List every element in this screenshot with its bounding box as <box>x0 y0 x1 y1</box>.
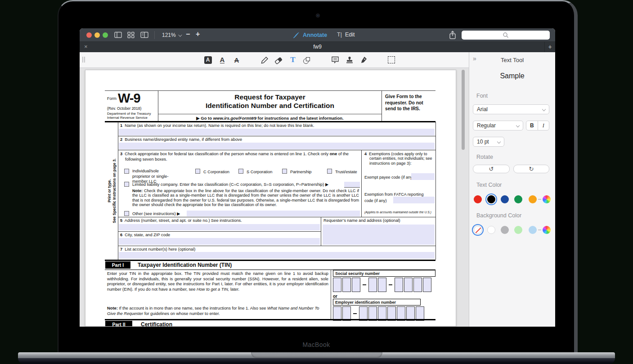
share-icon[interactable] <box>449 31 456 40</box>
text-color-blue-swatch[interactable] <box>501 195 509 203</box>
signature-pen-tool[interactable] <box>358 54 369 65</box>
chevron-down-icon <box>497 140 501 144</box>
italic-button[interactable]: I <box>538 121 549 130</box>
line4-label: 4 Exemptions (codes apply only to certai… <box>364 152 433 166</box>
font-section-label: Font <box>476 93 488 99</box>
line1-input[interactable] <box>119 129 435 135</box>
zoom-in-button[interactable]: + <box>196 30 200 38</box>
ssn-cell[interactable] <box>333 278 341 292</box>
edit-tab[interactable]: T|Edit <box>337 31 355 38</box>
eraser-tool[interactable] <box>273 54 284 65</box>
checkbox-other[interactable] <box>124 211 129 216</box>
fatca-label-2: code (if any) <box>364 198 387 203</box>
form-number: W-9 <box>118 91 140 106</box>
minimize-window-button[interactable] <box>94 32 100 38</box>
ssn-cell[interactable] <box>378 278 386 292</box>
highlight-text-tool[interactable]: A <box>202 54 214 65</box>
llc-classification-input[interactable] <box>344 182 360 188</box>
sidebar-toggle-icon[interactable] <box>114 31 122 38</box>
zoom-level-dropdown[interactable]: 121% <box>162 32 181 38</box>
font-size-select[interactable]: 10 pt <box>473 137 504 147</box>
background-color-white-swatch[interactable] <box>487 226 495 234</box>
checkbox-partnership[interactable] <box>282 169 287 174</box>
text-tool[interactable]: T <box>287 54 299 65</box>
maximize-window-button[interactable] <box>103 32 108 38</box>
background-color-green-swatch[interactable] <box>514 226 522 234</box>
strikethrough-text-tool[interactable]: A <box>231 54 242 65</box>
selection-marquee-tool[interactable] <box>386 54 397 65</box>
background-color-custom-swatch[interactable] <box>543 226 551 234</box>
title-toolbar: 121% − + Annotate T|Edit <box>80 28 555 42</box>
two-page-view-icon[interactable] <box>140 31 148 38</box>
form-goto-line: ▶ Go to www.irs.gov/FormW9 for instructi… <box>160 116 380 121</box>
macbook-brand-label: MacBook <box>58 341 574 348</box>
bold-italic-group: B I <box>526 121 549 130</box>
font-family-select[interactable]: Arial <box>473 104 549 114</box>
close-window-button[interactable] <box>86 32 92 38</box>
stamp-tool[interactable] <box>344 54 355 65</box>
ssn-cell[interactable] <box>413 278 422 292</box>
thumbnails-view-icon[interactable] <box>127 31 135 38</box>
line5-input[interactable] <box>119 224 320 230</box>
zoom-out-button[interactable]: − <box>186 30 190 38</box>
part1-badge: Part I <box>105 261 130 269</box>
macbook-base-body <box>18 358 615 364</box>
other-input[interactable] <box>187 211 360 216</box>
rotate-right-button[interactable]: ↻ <box>513 165 549 173</box>
text-color-custom-swatch[interactable] <box>543 195 551 203</box>
document-tab[interactable]: fw9 <box>80 44 555 50</box>
or-label: or <box>333 294 337 299</box>
toolbar-drag-handle[interactable] <box>82 57 85 63</box>
search-input[interactable] <box>462 31 550 40</box>
background-color-section-label: Background Color <box>476 212 521 219</box>
ssn-cell[interactable] <box>404 278 413 292</box>
fatca-label-1: Exemption from FATCA reporting <box>364 192 423 197</box>
ssn-label-box: Social security number <box>333 270 435 277</box>
line6-input[interactable] <box>119 238 320 245</box>
text-tool-panel: » Text Tool Sample Font Arial Regular B … <box>469 52 555 327</box>
ssn-cell[interactable] <box>352 278 360 292</box>
checkbox-c-corp[interactable] <box>195 169 200 174</box>
macbook-base <box>18 352 615 364</box>
font-weight-select[interactable]: Regular <box>473 121 523 130</box>
vertical-scrollbar[interactable] <box>462 70 465 150</box>
checkbox-individual[interactable] <box>124 169 129 174</box>
underline-text-tool[interactable]: A <box>216 54 228 65</box>
ssn-cell[interactable] <box>368 278 377 292</box>
background-color-none-swatch[interactable] <box>474 226 482 234</box>
new-tab-button[interactable]: + <box>544 42 555 52</box>
fatca-input[interactable] <box>393 197 435 203</box>
text-color-black-swatch[interactable] <box>487 195 495 203</box>
requester-input[interactable] <box>323 225 435 245</box>
line6-label: 6 City, state, and ZIP code <box>120 233 170 238</box>
text-color-red-swatch[interactable] <box>474 195 482 203</box>
annotate-tab[interactable]: Annotate <box>292 31 327 39</box>
text-color-green-swatch[interactable] <box>514 195 522 203</box>
checkbox-trust-label: Trust/estate <box>335 170 357 175</box>
side-instructions: Print or type. See Specific Instructions… <box>105 122 118 260</box>
checkbox-s-corp-label: S Corporation <box>247 170 272 175</box>
pencil-tool[interactable] <box>259 54 270 65</box>
background-color-blue-swatch[interactable] <box>529 226 537 234</box>
form-dept: Department of the Treasury <box>107 112 151 116</box>
line2-input[interactable] <box>119 143 435 149</box>
macbook-thumb-notch <box>251 352 382 358</box>
checkbox-trust[interactable] <box>327 169 332 174</box>
shape-tool[interactable] <box>301 54 313 65</box>
bold-button[interactable]: B <box>526 121 538 130</box>
ssn-cell[interactable] <box>423 278 431 292</box>
rotate-left-button[interactable]: ↺ <box>473 165 510 173</box>
exempt-payee-input[interactable] <box>411 173 435 180</box>
line7-input[interactable] <box>119 252 435 259</box>
macbook-base-top <box>18 352 615 358</box>
requester-label: Requester’s name and address (optional) <box>323 218 434 224</box>
form-title: Request for Taxpayer Identification Numb… <box>160 93 380 110</box>
note-comment-tool[interactable] <box>329 54 341 65</box>
checkbox-s-corp[interactable] <box>238 169 243 174</box>
line5-label: 5 Address (number, street, and apt. or s… <box>120 218 242 224</box>
checkbox-llc[interactable] <box>124 182 129 187</box>
ssn-cell[interactable] <box>342 278 351 292</box>
ssn-cell[interactable] <box>395 278 403 292</box>
background-color-gray-swatch[interactable] <box>501 226 509 234</box>
text-color-orange-swatch[interactable] <box>529 195 537 203</box>
